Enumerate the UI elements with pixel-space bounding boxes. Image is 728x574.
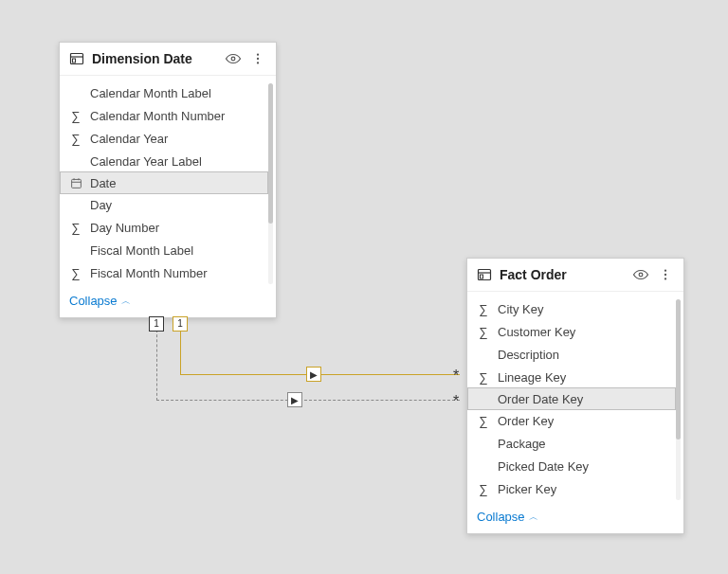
field-row[interactable]: ∑ Order Key [467, 409, 683, 432]
more-options-icon[interactable] [249, 50, 266, 67]
field-label: Calendar Year [90, 132, 168, 146]
field-row[interactable]: ∑ Fiscal Month Number [60, 261, 276, 284]
field-row[interactable]: ∑ Picker Key [467, 477, 683, 500]
field-row[interactable]: ∑ Calendar Year [60, 127, 276, 150]
collapse-label: Collapse [69, 294, 118, 308]
sigma-icon: ∑ [477, 482, 490, 495]
field-label: Fiscal Month Label [90, 243, 193, 258]
sigma-icon: ∑ [69, 266, 82, 279]
sigma-icon: ∑ [477, 325, 490, 338]
more-options-icon[interactable] [657, 266, 674, 283]
field-label: Calendar Month Number [90, 109, 225, 123]
sigma-icon: ∑ [477, 302, 490, 315]
field-row[interactable]: ∑ Calendar Month Label [60, 81, 276, 104]
relationship-line-active[interactable] [180, 330, 181, 375]
field-row[interactable]: ∑ Customer Key [467, 320, 683, 343]
svg-rect-7 [71, 179, 81, 188]
chevron-up-icon: ︿ [121, 295, 131, 308]
scrollbar[interactable] [676, 299, 681, 500]
table-header: Fact Order [467, 259, 683, 292]
scrollbar-thumb[interactable] [676, 299, 681, 439]
sigma-icon: ∑ [69, 221, 82, 234]
visibility-icon[interactable] [632, 266, 649, 283]
svg-point-3 [231, 57, 235, 61]
cardinality-many-badge: * [453, 368, 459, 384]
collapse-button[interactable]: Collapse ︿ [60, 288, 276, 317]
field-row[interactable]: ∑ Package [467, 432, 683, 455]
collapse-label: Collapse [477, 510, 525, 524]
field-list: ∑ City Key ∑ Customer Key ∑ Description … [467, 292, 683, 504]
svg-point-17 [664, 278, 666, 279]
field-label: Day Number [90, 221, 159, 235]
field-row-selected[interactable]: ∑ Order Date Key [467, 387, 676, 410]
field-label: Lineage Key [498, 370, 566, 385]
field-row-selected[interactable]: Date [60, 171, 268, 194]
relationship-direction-icon: ▶ [306, 367, 321, 382]
sigma-icon: ∑ [477, 414, 490, 427]
relationship-direction-icon: ▶ [287, 392, 302, 407]
svg-point-4 [257, 53, 259, 55]
cardinality-one-badge: 1 [149, 316, 164, 332]
field-row[interactable]: ∑ Calendar Year Label [60, 150, 276, 172]
field-label: Date [90, 176, 116, 190]
field-label: Calendar Year Label [90, 154, 202, 169]
field-row[interactable]: ∑ Day [60, 193, 276, 216]
field-label: Calendar Month Label [90, 86, 211, 100]
svg-point-15 [664, 269, 666, 271]
field-label: Order Date Key [498, 392, 583, 406]
table-header: Dimension Date [60, 43, 276, 76]
svg-point-6 [257, 62, 259, 63]
table-icon [477, 267, 492, 282]
table-title: Dimension Date [92, 51, 217, 66]
field-label: Description [498, 348, 559, 362]
field-row[interactable]: ∑ City Key [467, 297, 683, 320]
table-title: Fact Order [500, 267, 625, 282]
scrollbar-thumb[interactable] [268, 83, 273, 224]
cardinality-many-badge: * [453, 394, 459, 409]
svg-rect-13 [481, 275, 483, 278]
field-label: Order Key [498, 414, 554, 428]
table-card-dimension-date: Dimension Date ∑ Calendar Month Label ∑ … [59, 42, 277, 318]
collapse-button[interactable]: Collapse ︿ [467, 504, 683, 533]
field-label: Fiscal Month Number [90, 266, 208, 280]
table-card-fact-order: Fact Order ∑ City Key ∑ Customer Key ∑ D… [466, 258, 684, 534]
field-row[interactable]: ∑ Picked Date Key [467, 455, 683, 477]
sigma-icon: ∑ [477, 370, 490, 384]
field-row[interactable]: ∑ Lineage Key [467, 366, 683, 388]
field-row[interactable]: ∑ Fiscal Month Label [60, 239, 276, 261]
svg-point-5 [257, 58, 259, 60]
field-row[interactable]: ∑ Calendar Month Number [60, 104, 276, 127]
field-label: Day [90, 198, 112, 212]
scrollbar[interactable] [268, 83, 273, 284]
field-list: ∑ Calendar Month Label ∑ Calendar Month … [60, 76, 276, 288]
field-label: City Key [498, 302, 543, 316]
svg-point-16 [664, 274, 666, 276]
calendar-icon [69, 176, 82, 189]
table-icon [69, 51, 84, 66]
sigma-icon: ∑ [69, 132, 82, 145]
field-label: Picked Date Key [498, 459, 589, 474]
field-label: Package [498, 437, 546, 451]
field-label: Customer Key [498, 325, 575, 339]
visibility-icon[interactable] [225, 50, 242, 67]
sigma-icon: ∑ [69, 109, 82, 122]
field-row[interactable]: ∑ Description [467, 343, 683, 366]
relationship-line-inactive[interactable] [156, 330, 157, 401]
field-label: Picker Key [498, 482, 556, 496]
relationship-line-inactive[interactable] [156, 400, 460, 401]
svg-rect-2 [73, 59, 76, 63]
svg-point-14 [639, 273, 643, 277]
chevron-up-icon: ︿ [529, 511, 538, 524]
cardinality-one-badge: 1 [173, 316, 188, 332]
field-row[interactable]: ∑ Day Number [60, 216, 276, 239]
